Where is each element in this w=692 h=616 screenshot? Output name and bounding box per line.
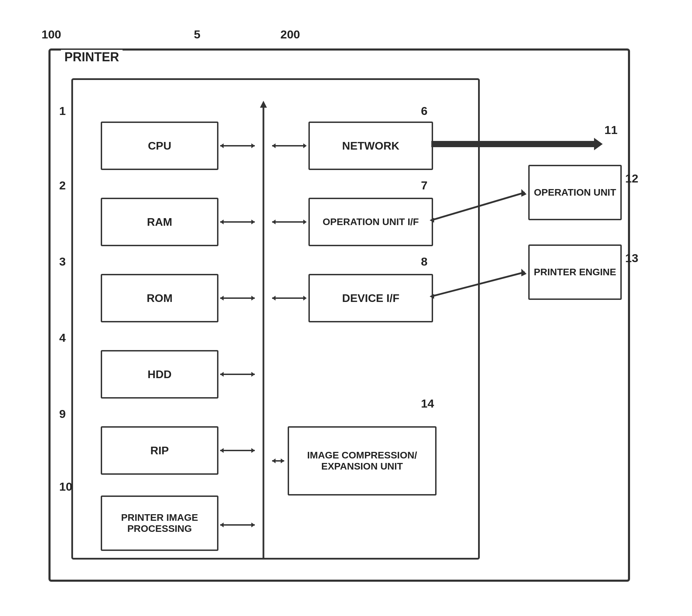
svg-marker-28	[281, 458, 284, 463]
svg-marker-22	[251, 372, 255, 377]
ref-9: 9	[59, 407, 66, 421]
svg-marker-37	[594, 138, 603, 150]
svg-marker-25	[251, 448, 255, 453]
ref-5: 5	[194, 28, 200, 41]
ram-box: RAM	[101, 198, 218, 246]
operation-unit-box: OPERATION UNIT	[528, 165, 622, 220]
ref-7: 7	[421, 179, 428, 192]
ref-13: 13	[625, 251, 638, 265]
ref-2: 2	[59, 179, 66, 192]
ref-200: 200	[280, 28, 300, 41]
svg-marker-16	[251, 296, 255, 301]
rip-box: RIP	[101, 426, 218, 475]
ref-11: 11	[604, 123, 618, 137]
svg-marker-7	[303, 143, 307, 148]
ref-12: 12	[625, 172, 638, 185]
svg-marker-14	[272, 220, 276, 224]
svg-marker-10	[251, 220, 255, 224]
svg-marker-26	[220, 448, 224, 453]
svg-marker-32	[220, 523, 224, 527]
imgcomp-box: IMAGE COMPRESSION/ EXPANSION UNIT	[288, 426, 437, 496]
printer-label: PRINTER	[61, 50, 123, 64]
svg-marker-29	[272, 458, 276, 463]
cpu-box: CPU	[101, 122, 218, 170]
svg-marker-19	[303, 296, 307, 301]
ref-8: 8	[421, 255, 428, 268]
ref-3: 3	[59, 255, 66, 268]
svg-marker-39	[521, 189, 527, 197]
ref-100: 100	[42, 28, 61, 41]
ref-10: 10	[59, 480, 72, 493]
svg-marker-8	[272, 143, 276, 148]
diagram-container: 100 5 200 PRINTER CPU RAM ROM HDD	[28, 28, 665, 589]
ref-1: 1	[59, 104, 66, 118]
svg-marker-17	[220, 296, 224, 301]
devif-box: DEVICE I/F	[308, 274, 433, 322]
svg-marker-5	[220, 143, 224, 148]
ref-6: 6	[421, 104, 428, 118]
svg-marker-20	[272, 296, 276, 301]
svg-marker-4	[251, 143, 255, 148]
svg-marker-11	[220, 220, 224, 224]
pip-box: PRINTER IMAGE PROCESSING	[101, 496, 218, 551]
hdd-box: HDD	[101, 350, 218, 399]
printer-box: PRINTER CPU RAM ROM HDD RIP	[48, 48, 630, 582]
ref-14: 14	[421, 397, 434, 410]
opif-box: OPERATION UNIT I/F	[308, 198, 433, 246]
ref-4: 4	[59, 331, 66, 345]
network-box: NETWORK	[308, 122, 433, 170]
svg-marker-13	[303, 220, 307, 224]
svg-marker-23	[220, 372, 224, 377]
svg-marker-1	[260, 101, 267, 108]
rom-box: ROM	[101, 274, 218, 322]
printer-engine-box: PRINTER ENGINE	[528, 244, 622, 300]
svg-marker-31	[251, 523, 255, 527]
main-board: CPU RAM ROM HDD RIP PRINTER IMAGE PROCES…	[71, 78, 480, 560]
svg-marker-42	[521, 269, 527, 276]
